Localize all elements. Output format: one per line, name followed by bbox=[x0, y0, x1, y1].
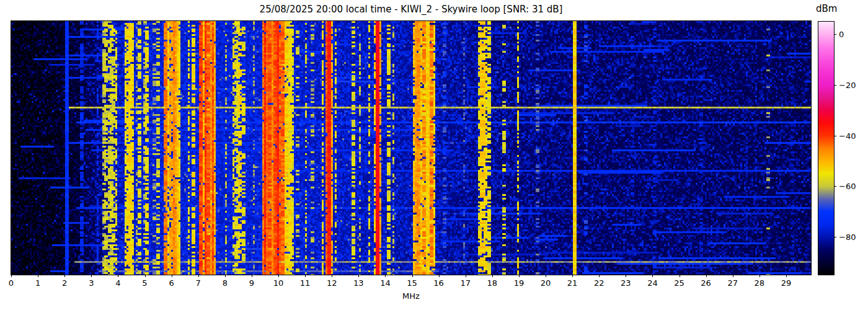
colorbar-tick-label: −20 bbox=[839, 81, 856, 90]
x-tick-label: 8 bbox=[223, 278, 228, 288]
x-tick-mark bbox=[38, 275, 38, 277]
chart-title: 25/08/2025 20:00 local time - KIWI_2 - S… bbox=[11, 4, 811, 15]
x-tick-mark bbox=[412, 275, 413, 277]
x-tick-label: 3 bbox=[89, 278, 94, 288]
x-tick-label: 16 bbox=[433, 278, 444, 288]
x-tick-mark bbox=[652, 275, 653, 277]
x-tick-mark bbox=[546, 275, 546, 277]
x-tick-mark bbox=[786, 275, 787, 277]
spectrogram-figure: 25/08/2025 20:00 local time - KIWI_2 - S… bbox=[0, 0, 868, 310]
colorbar-tick-label: −80 bbox=[839, 232, 856, 241]
colorbar-tick-mark bbox=[834, 186, 836, 187]
x-tick-label: 22 bbox=[594, 278, 604, 288]
x-tick-label: 9 bbox=[249, 278, 254, 288]
colorbar-tick-mark bbox=[834, 85, 836, 86]
colorbar-frame bbox=[818, 21, 835, 275]
x-tick-label: 1 bbox=[35, 278, 40, 288]
x-tick-mark bbox=[760, 275, 760, 277]
x-axis-label: MHz bbox=[11, 291, 811, 301]
plot-frame bbox=[11, 20, 812, 275]
x-tick-mark bbox=[64, 275, 65, 277]
x-tick-label: 19 bbox=[514, 278, 525, 288]
colorbar-tick-label: 0 bbox=[839, 30, 844, 39]
colorbar-unit-label: dBm bbox=[816, 3, 837, 14]
x-tick-label: 14 bbox=[380, 278, 391, 288]
colorbar-tick-mark bbox=[834, 237, 836, 237]
x-tick-mark bbox=[733, 275, 733, 277]
x-tick-mark bbox=[305, 275, 306, 277]
x-tick-label: 5 bbox=[142, 278, 147, 288]
x-tick-mark bbox=[492, 275, 493, 277]
x-tick-label: 12 bbox=[327, 278, 337, 288]
x-tick-mark bbox=[252, 275, 252, 277]
x-tick-label: 26 bbox=[701, 278, 711, 288]
x-tick-mark bbox=[332, 275, 332, 277]
x-tick-label: 7 bbox=[196, 278, 201, 288]
x-tick-label: 27 bbox=[727, 278, 738, 288]
x-tick-mark bbox=[278, 275, 279, 277]
x-tick-label: 25 bbox=[674, 278, 684, 288]
x-tick-label: 21 bbox=[567, 278, 578, 288]
x-tick-mark bbox=[145, 275, 146, 277]
x-tick-label: 23 bbox=[621, 278, 631, 288]
x-tick-label: 4 bbox=[115, 278, 120, 288]
x-tick-mark bbox=[572, 275, 573, 277]
x-tick-mark bbox=[680, 275, 680, 277]
x-tick-mark bbox=[385, 275, 386, 277]
x-tick-mark bbox=[466, 275, 466, 277]
x-tick-mark bbox=[519, 275, 520, 277]
x-tick-label: 17 bbox=[460, 278, 471, 288]
x-tick-mark bbox=[172, 275, 172, 277]
x-tick-label: 13 bbox=[353, 278, 364, 288]
x-tick-mark bbox=[118, 275, 118, 277]
x-tick-label: 6 bbox=[169, 278, 174, 288]
x-tick-label: 20 bbox=[541, 278, 551, 288]
colorbar-gradient bbox=[818, 22, 834, 275]
x-tick-label: 29 bbox=[781, 278, 792, 288]
x-tick-label: 24 bbox=[647, 278, 658, 288]
x-tick-label: 0 bbox=[9, 278, 14, 288]
colorbar-tick-label: −60 bbox=[839, 182, 856, 191]
spectrogram-heatmap bbox=[11, 21, 811, 275]
colorbar-tick-mark bbox=[834, 34, 836, 35]
x-tick-label: 2 bbox=[62, 278, 67, 288]
x-tick-mark bbox=[225, 275, 226, 277]
x-tick-label: 10 bbox=[273, 278, 284, 288]
x-tick-mark bbox=[706, 275, 707, 277]
colorbar-tick-mark bbox=[834, 136, 836, 136]
x-tick-label: 18 bbox=[487, 278, 498, 288]
x-tick-mark bbox=[439, 275, 440, 277]
x-tick-label: 11 bbox=[300, 278, 311, 288]
x-tick-label: 15 bbox=[407, 278, 417, 288]
x-tick-mark bbox=[91, 275, 92, 277]
x-tick-label: 28 bbox=[755, 278, 765, 288]
x-tick-mark bbox=[358, 275, 359, 277]
x-tick-mark bbox=[626, 275, 626, 277]
colorbar-tick-label: −40 bbox=[839, 131, 856, 140]
x-tick-mark bbox=[198, 275, 199, 277]
x-tick-mark bbox=[599, 275, 600, 277]
x-tick-mark bbox=[11, 275, 12, 277]
